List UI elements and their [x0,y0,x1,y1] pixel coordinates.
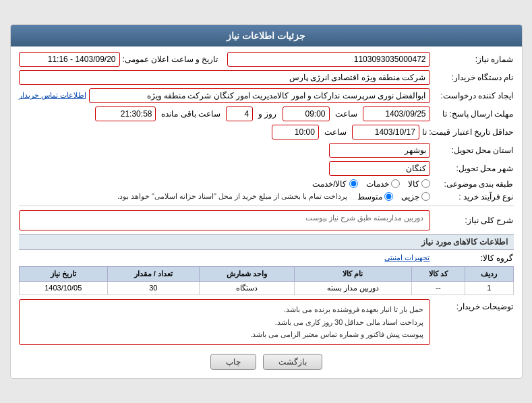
tawzihaat-line: پرداخت اسناد مالی حداقل 30 روز کاری می ب… [25,316,424,329]
tabaghe-radio-group: کالا خدمات کالا/خدمت [312,179,430,189]
row-sarij: شرح کلی نیاز: دوربین مداربسته طبق شرح نی… [19,210,514,230]
mohlat-saat-label: ساعت [335,109,357,119]
kala-table: ردیف کد کالا نام کالا واحد شمارش تعداد /… [19,266,514,295]
ettelaat-link[interactable]: اطلاعات تماس خریدار [19,91,86,100]
print-button[interactable]: چاپ [210,354,256,370]
mohlat-rooz-label: روز و [258,109,276,119]
grohe-kala-value[interactable]: تجهیزات امنیتی [384,253,430,262]
ostan-input[interactable] [329,143,430,158]
tawzihaat-label: توضیحات خریدار: [433,299,514,311]
hadad-saat-label: ساعت [324,127,347,137]
row-shomare-tarikh: شماره نیاز: تاریخ و ساعت اعلان عمومی: [19,52,514,67]
mohlat-rooz-input[interactable] [226,106,253,121]
col-tarikh-niaz: تاریخ نیاز [19,266,108,281]
sarij-box: دوربین مداربسته طبق شرح نیاز پیوست [19,210,430,230]
col-kod-kala: کد کالا [411,266,465,281]
purchase-note: پرداخت تمام با بخشی از مبلغ خرید از محل … [19,192,348,201]
tawzihaat-line: پیوست پیش فاکتور و شماره تماس معتبر الزا… [25,328,424,341]
grohe-kala-label: گروه کالا: [433,253,514,263]
page-header: جزئیات اطلاعات نیاز [11,25,522,46]
kala-info-title: اطلاعات کالاهای مورد نیاز [19,234,514,250]
radio-jozvi-label[interactable]: جزیی [401,192,430,202]
page-title: جزئیات اطلاعات نیاز [227,30,305,41]
mohlat-label: مهلت ارسال پاسخ: تا [433,109,514,119]
col-tedad: تعداد / مقدار [108,266,200,281]
radio-kala-khadamat-label[interactable]: کالا/خدمت [312,179,357,189]
main-container: جزئیات اطلاعات نیاز شماره نیاز: تاریخ و … [10,24,523,379]
radio-motavast[interactable] [384,192,393,201]
divider-1 [19,206,514,206]
shomare-niaz-input[interactable] [227,52,430,67]
tarikh-saat-label: تاریخ و ساعت اعلان عمومی: [123,55,218,64]
row-hadad: حداقل تاریخ اعتبار قیمت: تا ساعت [19,125,514,140]
radio-jozvi[interactable] [421,192,430,201]
radio-kala[interactable] [421,179,430,188]
row-ostan: استان محل تحویل: [19,143,514,158]
table-header-row: ردیف کد کالا نام کالا واحد شمارش تعداد /… [19,266,513,281]
radio-khadamat-text: خدمات [366,179,389,189]
sarij-text: دوربین مداربسته طبق شرح نیاز پیوست [305,214,423,222]
ijad-konande-label: ایجاد کننده درخواست: [433,91,514,100]
noe-farayand-radio-group: جزیی متوسط [357,192,430,202]
shahr-input[interactable] [329,161,430,176]
nam-dastgah-input[interactable] [19,70,430,85]
ostan-label: استان محل تحویل: [433,146,514,155]
content-area: شماره نیاز: تاریخ و ساعت اعلان عمومی: نا… [11,46,522,378]
button-row: بازگشت چاپ [19,348,514,373]
tawzihaat-line: حمل بار تا انبار بعهده فروشنده برنده می … [25,303,424,316]
col-radif: ردیف [465,266,513,281]
row-ijad-konande: ایجاد کننده درخواست: اطلاعات تماس خریدار [19,88,514,103]
noe-farayand-label: نوع فرآیند خرید : [433,192,514,202]
row-nam-dastgah: نام دستگاه خریدار: [19,70,514,85]
radio-kala-khadamat-text: کالا/خدمت [312,179,347,189]
nam-dastgah-label: نام دستگاه خریدار: [433,73,514,82]
ijad-konande-input[interactable] [89,88,430,103]
radio-khadamat[interactable] [391,179,400,188]
sarij-label: شرح کلی نیاز: [433,216,514,225]
row-shahr: شهر محل تحویل: [19,161,514,176]
mohlat-baqi-input[interactable] [95,106,156,121]
row-tabaghe: طبقه بندی موضوعی: کالا خدمات کالا/خدمت [19,179,514,189]
back-button[interactable]: بازگشت [263,354,322,370]
shahr-label: شهر محل تحویل: [433,164,514,173]
radio-kala-label[interactable]: کالا [408,179,430,189]
radio-jozvi-text: جزیی [401,192,419,202]
shomare-niaz-label: شماره نیاز: [433,55,514,64]
mohlat-baqi-label: ساعت باقی مانده [161,109,220,119]
table-row: 1--دوربین مدار بستهدستگاه301403/10/05 [19,281,513,294]
radio-motavast-label[interactable]: متوسط [357,192,393,202]
radio-kala-khadamat[interactable] [349,179,358,188]
hadad-label: حداقل تاریخ اعتبار قیمت: تا [422,127,514,137]
row-noe-farayand: نوع فرآیند خرید : جزیی متوسط پرداخت تمام… [19,192,514,202]
hadad-saat-input[interactable] [272,125,319,140]
tabaghe-label: طبقه بندی موضوعی: [433,179,514,189]
row-tawzihaat: توضیحات خریدار: حمل بار تا انبار بعهده ف… [19,299,514,345]
radio-khadamat-label[interactable]: خدمات [366,179,400,189]
radio-kala-text: کالا [408,179,419,189]
tawzihaat-box: حمل بار تا انبار بعهده فروشنده برنده می … [19,299,430,345]
radio-motavast-text: متوسط [357,192,382,202]
col-nam-kala: نام کالا [294,266,411,281]
mohlat-saat-input[interactable] [283,106,330,121]
row-grohe-kala: گروه کالا: تجهیزات امنیتی [19,253,514,263]
col-vahed: واحد شمارش [199,266,294,281]
hadad-date-input[interactable] [352,125,419,140]
row-mohlat: مهلت ارسال پاسخ: تا ساعت روز و ساعت باقی… [19,106,514,121]
tarikh-saat-input[interactable] [19,52,120,67]
mohlat-date-input[interactable] [363,106,430,121]
